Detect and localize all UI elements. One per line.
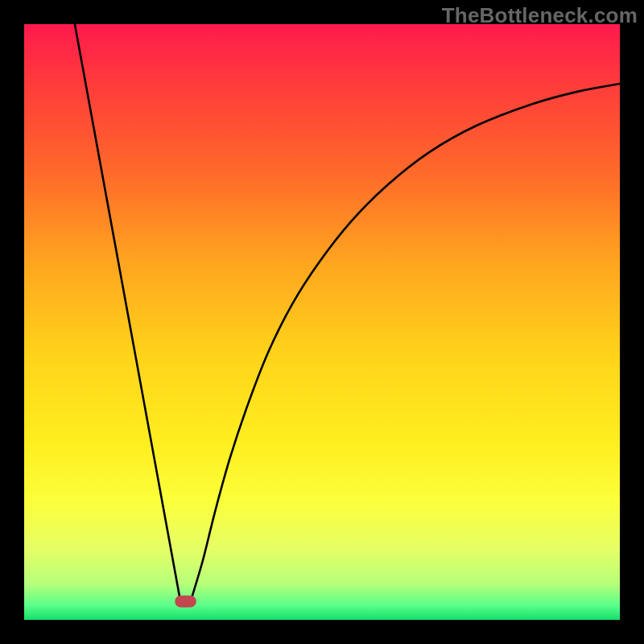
watermark-text: TheBottleneck.com: [442, 3, 638, 28]
minimum-marker: [175, 596, 196, 608]
chart-svg: [24, 24, 620, 620]
chart-frame: TheBottleneck.com: [0, 0, 644, 644]
markers-group: [175, 596, 196, 608]
plot-area: [24, 24, 620, 620]
gradient-background: [24, 24, 620, 620]
